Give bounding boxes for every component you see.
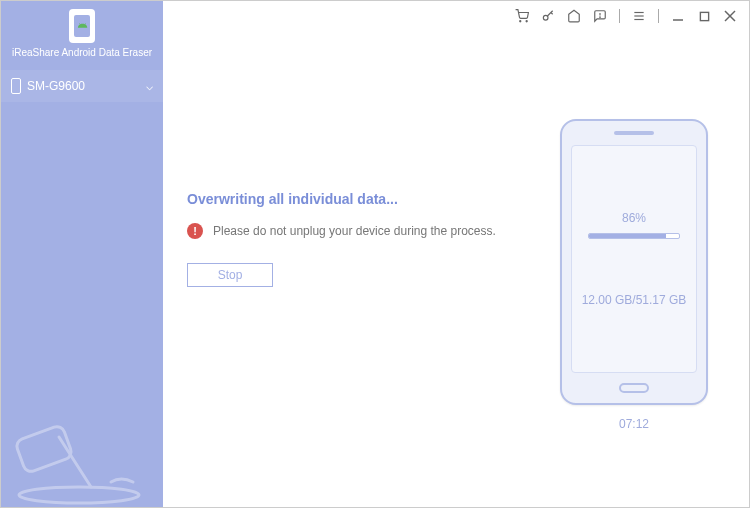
svg-rect-0 — [15, 424, 74, 473]
progress-bar — [588, 233, 680, 239]
svg-line-1 — [59, 437, 91, 487]
content: Overwriting all individual data... ! Ple… — [163, 31, 749, 507]
key-icon[interactable] — [541, 9, 555, 23]
device-name: SM-G9600 — [27, 79, 85, 93]
maximize-icon[interactable] — [697, 9, 711, 23]
product-name: iReaShare Android Data Eraser — [12, 47, 152, 58]
app-logo-icon — [69, 9, 95, 43]
cart-icon[interactable] — [515, 9, 529, 23]
main-area: Overwriting all individual data... ! Ple… — [163, 1, 749, 507]
status-column: Overwriting all individual data... ! Ple… — [187, 71, 539, 497]
svg-point-3 — [520, 21, 521, 22]
app-window: iReaShare Android Data Eraser SM-G9600 ⌵ — [0, 0, 750, 508]
titlebar — [163, 1, 749, 31]
phone-screen: 86% 12.00 GB/51.17 GB — [571, 145, 697, 373]
chevron-down-icon: ⌵ — [146, 79, 153, 93]
device-column: 86% 12.00 GB/51.17 GB 07:12 — [539, 71, 729, 497]
svg-rect-12 — [700, 12, 708, 20]
svg-point-4 — [526, 21, 527, 22]
sidebar: iReaShare Android Data Eraser SM-G9600 ⌵ — [1, 1, 163, 507]
separator — [619, 9, 620, 23]
minimize-icon[interactable] — [671, 9, 685, 23]
warning-icon: ! — [187, 223, 203, 239]
progress-bar-fill — [589, 234, 666, 238]
progress-percent: 86% — [622, 211, 646, 225]
status-title: Overwriting all individual data... — [187, 191, 539, 207]
storage-text: 12.00 GB/51.17 GB — [582, 293, 687, 307]
home-icon[interactable] — [567, 9, 581, 23]
warning-text: Please do not unplug your device during … — [213, 224, 496, 238]
device-selector[interactable]: SM-G9600 ⌵ — [1, 70, 163, 102]
warning-row: ! Please do not unplug your device durin… — [187, 223, 539, 239]
svg-point-7 — [600, 17, 601, 18]
svg-point-2 — [19, 487, 139, 503]
stop-button[interactable]: Stop — [187, 263, 273, 287]
eraser-illustration — [1, 367, 161, 507]
device-illustration: 86% 12.00 GB/51.17 GB — [560, 119, 708, 405]
phone-home-button — [619, 383, 649, 393]
feedback-icon[interactable] — [593, 9, 607, 23]
separator — [658, 9, 659, 23]
svg-point-5 — [543, 15, 548, 20]
phone-speaker — [614, 131, 654, 135]
phone-icon — [11, 78, 21, 94]
close-icon[interactable] — [723, 9, 737, 23]
menu-icon[interactable] — [632, 9, 646, 23]
logo-area: iReaShare Android Data Eraser — [1, 1, 163, 64]
elapsed-time: 07:12 — [619, 417, 649, 431]
